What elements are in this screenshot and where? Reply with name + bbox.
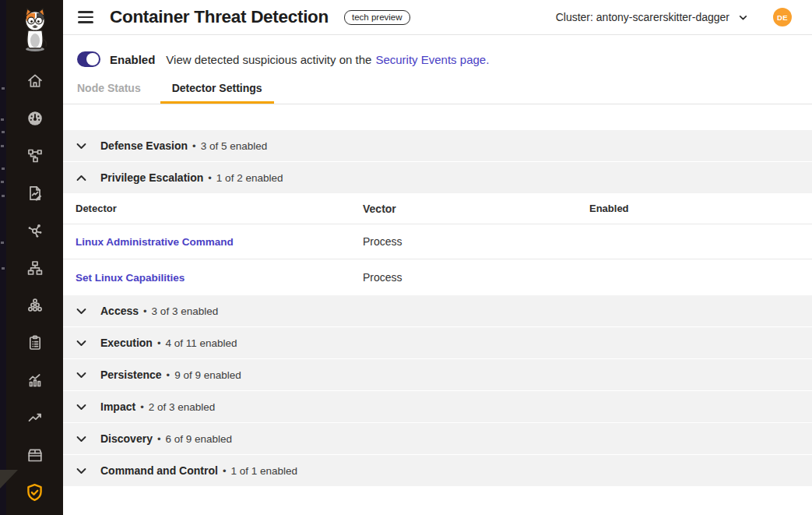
- chevron-icon: [75, 337, 88, 350]
- category-header[interactable]: Access • 3 of 3 enabled: [63, 295, 812, 326]
- category-header[interactable]: Discovery • 6 of 9 enabled: [63, 423, 812, 454]
- column-header-vector: Vector: [363, 203, 589, 215]
- category-section: Command and Control • 1 of 1 enabled: [63, 455, 812, 486]
- category-title: Discovery: [100, 432, 153, 445]
- category-summary: 4 of 11 enabled: [165, 337, 237, 349]
- chevron-icon: [75, 139, 88, 153]
- cluster-selector[interactable]: Cluster: antony-scarerskitter-dagger: [556, 11, 748, 23]
- category-summary: 1 of 1 enabled: [230, 465, 297, 477]
- page-title: Container Threat Detection: [110, 7, 329, 27]
- category-section: Defense Evasion • 3 of 5 enabled: [63, 130, 812, 161]
- category-title: Privilege Escalation: [100, 171, 203, 184]
- category-summary: 9 of 9 enabled: [174, 369, 241, 381]
- app-window: Container Threat Detection tech preview …: [0, 0, 812, 515]
- sidebar-nav: [6, 62, 63, 511]
- package-box-icon[interactable]: [6, 436, 63, 474]
- detector-table: Detector Vector Enabled Linux Administra…: [63, 193, 812, 295]
- enabled-description: View detected suspicious activity on the: [166, 53, 371, 66]
- chevron-icon: [75, 464, 88, 478]
- bullet-separator: •: [143, 305, 147, 317]
- bullet-separator: •: [157, 337, 161, 349]
- corner-wedge-decoration: [0, 470, 18, 489]
- tab-bar: Node StatusDetector Settings: [63, 82, 812, 104]
- home-icon[interactable]: [6, 62, 63, 100]
- category-summary: 6 of 9 enabled: [166, 433, 233, 445]
- bullet-separator: •: [157, 433, 161, 445]
- enabled-label: Enabled: [110, 53, 155, 66]
- chevron-icon: [75, 432, 88, 446]
- category-title: Execution: [100, 337, 153, 349]
- category-header[interactable]: Execution • 4 of 11 enabled: [63, 327, 812, 358]
- trend-arrow-icon[interactable]: [6, 399, 63, 436]
- category-section: Access • 3 of 3 enabled: [63, 295, 812, 326]
- category-section: Privilege Escalation • 1 of 2 enabled De…: [63, 162, 812, 295]
- category-title: Command and Control: [100, 464, 218, 477]
- category-section: Discovery • 6 of 9 enabled: [63, 423, 812, 454]
- category-header[interactable]: Impact • 2 of 3 enabled: [63, 391, 812, 422]
- category-title: Defense Evasion: [100, 139, 188, 152]
- cat-mascot-logo[interactable]: [16, 8, 54, 53]
- chevron-icon: [75, 369, 88, 382]
- table-row: Linux Administrative Command Process: [63, 224, 812, 259]
- category-summary: 3 of 5 enabled: [201, 140, 268, 152]
- network-sitemap-icon[interactable]: [6, 249, 63, 287]
- tab-detector-settings[interactable]: Detector Settings: [160, 82, 274, 104]
- clipboard-icon[interactable]: [6, 324, 63, 362]
- bullet-separator: •: [140, 401, 144, 413]
- category-header[interactable]: Command and Control • 1 of 1 enabled: [63, 455, 812, 486]
- column-header-enabled: Enabled: [589, 203, 812, 214]
- detector-link[interactable]: Linux Administrative Command: [76, 236, 234, 248]
- user-avatar[interactable]: DE: [773, 8, 792, 26]
- chevron-icon: [75, 305, 88, 318]
- category-section: Persistence • 9 of 9 enabled: [63, 359, 812, 390]
- top-header: Container Threat Detection tech preview …: [63, 0, 812, 35]
- bullet-separator: •: [208, 172, 212, 184]
- detector-sections: Defense Evasion • 3 of 5 enabled Privile…: [63, 130, 812, 486]
- feature-enabled-toggle[interactable]: [77, 51, 100, 67]
- service-map-icon[interactable]: [6, 212, 63, 249]
- main-panel: Container Threat Detection tech preview …: [63, 0, 812, 515]
- bullet-separator: •: [167, 369, 170, 381]
- category-title: Persistence: [100, 369, 162, 381]
- category-header[interactable]: Defense Evasion • 3 of 5 enabled: [63, 130, 812, 161]
- tab-node-status[interactable]: Node Status: [77, 82, 141, 104]
- category-title: Impact: [100, 400, 135, 413]
- vector-value: Process: [363, 271, 589, 284]
- detector-link[interactable]: Set Linux Capabilities: [76, 272, 185, 284]
- sidebar: [6, 0, 63, 515]
- category-summary: 2 of 3 enabled: [149, 401, 216, 413]
- left-edge-strip: [0, 0, 6, 515]
- report-edit-icon[interactable]: [6, 175, 63, 212]
- category-header[interactable]: Privilege Escalation • 1 of 2 enabled: [63, 162, 812, 193]
- bullet-separator: •: [192, 140, 196, 152]
- table-row: Set Linux Capabilities Process: [63, 259, 812, 295]
- topology-icon[interactable]: [6, 137, 63, 175]
- cluster-selector-label: Cluster: antony-scarerskitter-dagger: [556, 11, 729, 23]
- sub-header: Enabled View detected suspicious activit…: [63, 35, 812, 104]
- chevron-down-icon: [738, 12, 748, 23]
- category-title: Access: [100, 305, 139, 317]
- tech-preview-badge: tech preview: [344, 10, 410, 25]
- category-header[interactable]: Persistence • 9 of 9 enabled: [63, 359, 812, 390]
- category-section: Impact • 2 of 3 enabled: [63, 391, 812, 422]
- cluster-nodes-icon[interactable]: [6, 287, 63, 324]
- chevron-icon: [75, 171, 88, 185]
- column-header-detector: Detector: [63, 203, 363, 214]
- table-header-row: Detector Vector Enabled: [63, 193, 812, 224]
- security-events-link[interactable]: Security Events page.: [375, 53, 489, 66]
- vector-value: Process: [363, 235, 589, 248]
- category-section: Execution • 4 of 11 enabled: [63, 327, 812, 358]
- dashboard-gauge-icon[interactable]: [6, 100, 63, 137]
- category-summary: 1 of 2 enabled: [216, 172, 283, 184]
- bullet-separator: •: [223, 465, 227, 477]
- category-summary: 3 of 3 enabled: [152, 305, 219, 317]
- bar-chart-icon[interactable]: [6, 362, 63, 399]
- chevron-icon: [75, 400, 88, 414]
- hamburger-menu-icon[interactable]: [78, 11, 93, 23]
